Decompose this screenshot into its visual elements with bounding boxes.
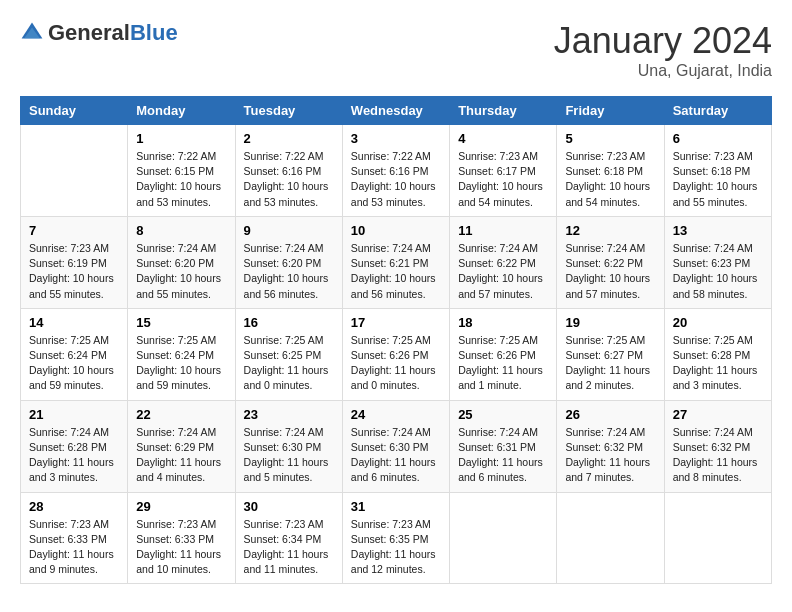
day-info: Sunrise: 7:23 AM Sunset: 6:35 PM Dayligh… — [351, 517, 441, 578]
day-number: 27 — [673, 407, 763, 422]
day-number: 6 — [673, 131, 763, 146]
day-number: 11 — [458, 223, 548, 238]
day-info: Sunrise: 7:24 AM Sunset: 6:30 PM Dayligh… — [244, 425, 334, 486]
calendar-cell — [450, 492, 557, 584]
day-number: 4 — [458, 131, 548, 146]
day-number: 15 — [136, 315, 226, 330]
calendar-week-row: 14Sunrise: 7:25 AM Sunset: 6:24 PM Dayli… — [21, 308, 772, 400]
title-block: January 2024 Una, Gujarat, India — [554, 20, 772, 80]
day-number: 23 — [244, 407, 334, 422]
day-number: 31 — [351, 499, 441, 514]
day-number: 26 — [565, 407, 655, 422]
day-info: Sunrise: 7:23 AM Sunset: 6:17 PM Dayligh… — [458, 149, 548, 210]
day-info: Sunrise: 7:24 AM Sunset: 6:21 PM Dayligh… — [351, 241, 441, 302]
calendar-cell: 13Sunrise: 7:24 AM Sunset: 6:23 PM Dayli… — [664, 216, 771, 308]
day-info: Sunrise: 7:23 AM Sunset: 6:19 PM Dayligh… — [29, 241, 119, 302]
month-title: January 2024 — [554, 20, 772, 62]
calendar-cell: 24Sunrise: 7:24 AM Sunset: 6:30 PM Dayli… — [342, 400, 449, 492]
day-number: 21 — [29, 407, 119, 422]
day-info: Sunrise: 7:22 AM Sunset: 6:16 PM Dayligh… — [351, 149, 441, 210]
calendar-week-row: 7Sunrise: 7:23 AM Sunset: 6:19 PM Daylig… — [21, 216, 772, 308]
day-info: Sunrise: 7:24 AM Sunset: 6:31 PM Dayligh… — [458, 425, 548, 486]
day-info: Sunrise: 7:25 AM Sunset: 6:25 PM Dayligh… — [244, 333, 334, 394]
calendar-cell: 22Sunrise: 7:24 AM Sunset: 6:29 PM Dayli… — [128, 400, 235, 492]
page-header: GeneralBlue January 2024 Una, Gujarat, I… — [20, 20, 772, 80]
day-number: 9 — [244, 223, 334, 238]
day-info: Sunrise: 7:24 AM Sunset: 6:28 PM Dayligh… — [29, 425, 119, 486]
calendar-cell: 8Sunrise: 7:24 AM Sunset: 6:20 PM Daylig… — [128, 216, 235, 308]
calendar-cell: 26Sunrise: 7:24 AM Sunset: 6:32 PM Dayli… — [557, 400, 664, 492]
calendar-cell: 5Sunrise: 7:23 AM Sunset: 6:18 PM Daylig… — [557, 125, 664, 217]
day-number: 20 — [673, 315, 763, 330]
day-info: Sunrise: 7:24 AM Sunset: 6:30 PM Dayligh… — [351, 425, 441, 486]
day-info: Sunrise: 7:25 AM Sunset: 6:28 PM Dayligh… — [673, 333, 763, 394]
day-info: Sunrise: 7:24 AM Sunset: 6:22 PM Dayligh… — [458, 241, 548, 302]
day-number: 30 — [244, 499, 334, 514]
calendar-cell: 31Sunrise: 7:23 AM Sunset: 6:35 PM Dayli… — [342, 492, 449, 584]
calendar-week-row: 28Sunrise: 7:23 AM Sunset: 6:33 PM Dayli… — [21, 492, 772, 584]
day-number: 3 — [351, 131, 441, 146]
day-number: 25 — [458, 407, 548, 422]
calendar-cell: 7Sunrise: 7:23 AM Sunset: 6:19 PM Daylig… — [21, 216, 128, 308]
logo-icon — [20, 21, 44, 45]
day-number: 14 — [29, 315, 119, 330]
day-info: Sunrise: 7:23 AM Sunset: 6:33 PM Dayligh… — [29, 517, 119, 578]
day-info: Sunrise: 7:23 AM Sunset: 6:18 PM Dayligh… — [673, 149, 763, 210]
day-number: 2 — [244, 131, 334, 146]
calendar-cell: 23Sunrise: 7:24 AM Sunset: 6:30 PM Dayli… — [235, 400, 342, 492]
day-info: Sunrise: 7:22 AM Sunset: 6:15 PM Dayligh… — [136, 149, 226, 210]
calendar-cell: 28Sunrise: 7:23 AM Sunset: 6:33 PM Dayli… — [21, 492, 128, 584]
col-header-thursday: Thursday — [450, 97, 557, 125]
day-info: Sunrise: 7:23 AM Sunset: 6:33 PM Dayligh… — [136, 517, 226, 578]
calendar-cell: 15Sunrise: 7:25 AM Sunset: 6:24 PM Dayli… — [128, 308, 235, 400]
day-info: Sunrise: 7:25 AM Sunset: 6:27 PM Dayligh… — [565, 333, 655, 394]
day-info: Sunrise: 7:24 AM Sunset: 6:20 PM Dayligh… — [136, 241, 226, 302]
day-info: Sunrise: 7:24 AM Sunset: 6:32 PM Dayligh… — [565, 425, 655, 486]
col-header-tuesday: Tuesday — [235, 97, 342, 125]
day-number: 17 — [351, 315, 441, 330]
day-info: Sunrise: 7:24 AM Sunset: 6:20 PM Dayligh… — [244, 241, 334, 302]
day-number: 16 — [244, 315, 334, 330]
day-info: Sunrise: 7:25 AM Sunset: 6:24 PM Dayligh… — [136, 333, 226, 394]
calendar-cell: 29Sunrise: 7:23 AM Sunset: 6:33 PM Dayli… — [128, 492, 235, 584]
day-info: Sunrise: 7:24 AM Sunset: 6:22 PM Dayligh… — [565, 241, 655, 302]
calendar-cell: 20Sunrise: 7:25 AM Sunset: 6:28 PM Dayli… — [664, 308, 771, 400]
day-info: Sunrise: 7:25 AM Sunset: 6:26 PM Dayligh… — [351, 333, 441, 394]
day-number: 1 — [136, 131, 226, 146]
calendar-cell — [557, 492, 664, 584]
day-number: 8 — [136, 223, 226, 238]
day-info: Sunrise: 7:22 AM Sunset: 6:16 PM Dayligh… — [244, 149, 334, 210]
calendar-cell: 11Sunrise: 7:24 AM Sunset: 6:22 PM Dayli… — [450, 216, 557, 308]
col-header-friday: Friday — [557, 97, 664, 125]
day-number: 18 — [458, 315, 548, 330]
calendar-cell: 17Sunrise: 7:25 AM Sunset: 6:26 PM Dayli… — [342, 308, 449, 400]
day-number: 5 — [565, 131, 655, 146]
calendar-cell: 12Sunrise: 7:24 AM Sunset: 6:22 PM Dayli… — [557, 216, 664, 308]
day-info: Sunrise: 7:23 AM Sunset: 6:18 PM Dayligh… — [565, 149, 655, 210]
day-number: 13 — [673, 223, 763, 238]
day-number: 22 — [136, 407, 226, 422]
day-info: Sunrise: 7:24 AM Sunset: 6:32 PM Dayligh… — [673, 425, 763, 486]
calendar-cell: 21Sunrise: 7:24 AM Sunset: 6:28 PM Dayli… — [21, 400, 128, 492]
calendar-cell: 25Sunrise: 7:24 AM Sunset: 6:31 PM Dayli… — [450, 400, 557, 492]
logo-text: GeneralBlue — [48, 20, 178, 46]
day-number: 24 — [351, 407, 441, 422]
logo: GeneralBlue — [20, 20, 178, 46]
calendar-cell: 10Sunrise: 7:24 AM Sunset: 6:21 PM Dayli… — [342, 216, 449, 308]
calendar-header-row: SundayMondayTuesdayWednesdayThursdayFrid… — [21, 97, 772, 125]
day-number: 7 — [29, 223, 119, 238]
col-header-wednesday: Wednesday — [342, 97, 449, 125]
day-info: Sunrise: 7:23 AM Sunset: 6:34 PM Dayligh… — [244, 517, 334, 578]
calendar-cell: 14Sunrise: 7:25 AM Sunset: 6:24 PM Dayli… — [21, 308, 128, 400]
calendar-cell: 19Sunrise: 7:25 AM Sunset: 6:27 PM Dayli… — [557, 308, 664, 400]
calendar-cell — [664, 492, 771, 584]
calendar-cell — [21, 125, 128, 217]
day-info: Sunrise: 7:24 AM Sunset: 6:23 PM Dayligh… — [673, 241, 763, 302]
calendar-cell: 30Sunrise: 7:23 AM Sunset: 6:34 PM Dayli… — [235, 492, 342, 584]
location-title: Una, Gujarat, India — [554, 62, 772, 80]
day-number: 12 — [565, 223, 655, 238]
calendar-week-row: 21Sunrise: 7:24 AM Sunset: 6:28 PM Dayli… — [21, 400, 772, 492]
day-info: Sunrise: 7:25 AM Sunset: 6:26 PM Dayligh… — [458, 333, 548, 394]
day-number: 19 — [565, 315, 655, 330]
col-header-saturday: Saturday — [664, 97, 771, 125]
